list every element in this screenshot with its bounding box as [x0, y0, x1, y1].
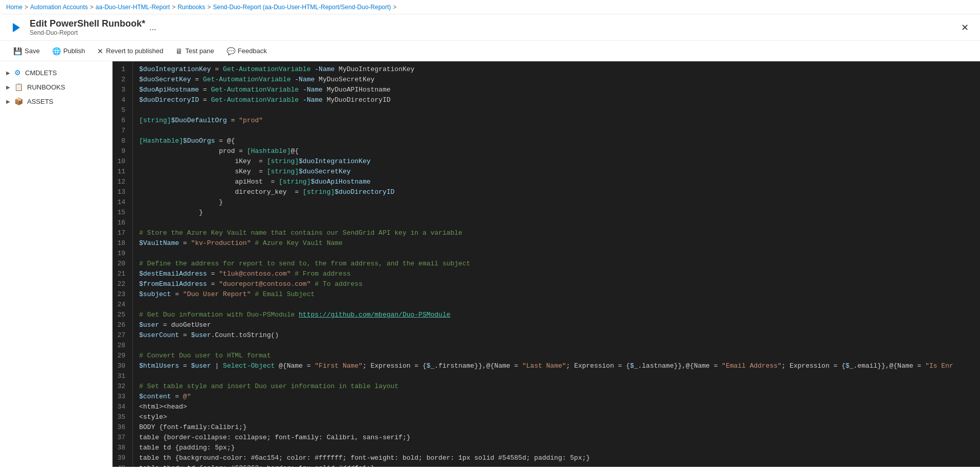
line-number: 31 [113, 371, 129, 381]
code-line: <html><head> [139, 402, 974, 412]
code-line [139, 218, 974, 228]
code-line: $fromEmailAddress = "duoreport@contoso.c… [139, 279, 974, 289]
code-line: iKey = [string]$duoIntegrationKey [139, 156, 974, 167]
breadcrumb-account[interactable]: aa-Duo-User-HTML-Report [96, 4, 170, 11]
line-number: 19 [113, 249, 129, 259]
header-menu-button[interactable]: ... [149, 23, 156, 32]
header: Edit PowerShell Runbook* Send-Duo-Report… [0, 14, 980, 41]
editor-content: 1234567891011121314151617181920212223242… [113, 61, 980, 467]
line-number: 2 [113, 75, 129, 85]
line-number: 13 [113, 187, 129, 197]
line-numbers: 1234567891011121314151617181920212223242… [113, 61, 133, 467]
code-line: [Hashtable]$DuoOrgs = @{ [139, 136, 974, 146]
sidebar-item-runbooks[interactable]: ▶ 📋 RUNBOOKS [0, 80, 112, 94]
sidebar-item-cmdlets[interactable]: ▶ ⚙ CMDLETS [0, 65, 112, 80]
breadcrumb-automation-accounts[interactable]: Automation Accounts [30, 4, 88, 11]
line-number: 33 [113, 392, 129, 402]
breadcrumb: Home > Automation Accounts > aa-Duo-User… [0, 0, 980, 14]
sidebar: ▶ ⚙ CMDLETS ▶ 📋 RUNBOOKS ▶ 📦 ASSETS [0, 61, 113, 467]
line-number: 14 [113, 197, 129, 208]
code-line: $VaultName = "kv-Production" # Azure Key… [139, 238, 974, 249]
line-number: 8 [113, 136, 129, 146]
toolbar: 💾 Save 🌐 Publish ✕ Revert to published 🖥… [0, 41, 980, 61]
code-line: } [139, 197, 974, 208]
breadcrumb-runbooks[interactable]: Runbooks [177, 4, 205, 11]
main-layout: ▶ ⚙ CMDLETS ▶ 📋 RUNBOOKS ▶ 📦 ASSETS 1234… [0, 61, 980, 467]
code-line: table tbody td {color: #636363; border: … [139, 463, 974, 467]
code-line: table td {padding: 5px;} [139, 443, 974, 453]
line-number: 20 [113, 259, 129, 269]
line-number: 4 [113, 95, 129, 105]
line-number: 16 [113, 218, 129, 228]
test-icon: 🖥 [175, 47, 183, 55]
cmdlets-icon: ⚙ [14, 69, 21, 77]
code-line: $subject = "Duo User Report" # Email Sub… [139, 289, 974, 300]
expand-icon: ▶ [6, 70, 10, 76]
code-line: # Store the Azure Key Vault name that co… [139, 228, 974, 238]
code-area[interactable]: $duoIntegrationKey = Get-AutomationVaria… [133, 61, 980, 467]
revert-button[interactable]: ✕ Revert to published [92, 45, 168, 57]
code-line: sKey = [string]$duoSecretKey [139, 167, 974, 177]
code-line [139, 341, 974, 351]
line-number: 7 [113, 126, 129, 136]
code-line: table {border-collapse: collapse; font-f… [139, 433, 974, 443]
line-number: 36 [113, 422, 129, 433]
line-number: 27 [113, 330, 129, 341]
line-number: 10 [113, 156, 129, 167]
code-line [139, 371, 974, 381]
editor-area[interactable]: 1234567891011121314151617181920212223242… [113, 61, 980, 467]
runbook-icon [8, 19, 25, 36]
close-button[interactable]: ✕ [957, 20, 972, 35]
sidebar-item-assets[interactable]: ▶ 📦 ASSETS [0, 94, 112, 108]
code-line: $duoIntegrationKey = Get-AutomationVaria… [139, 64, 974, 75]
line-number: 24 [113, 300, 129, 310]
line-number: 28 [113, 341, 129, 351]
line-number: 1 [113, 64, 129, 75]
feedback-button[interactable]: 💬 Feedback [221, 45, 272, 57]
line-number: 9 [113, 146, 129, 156]
line-number: 18 [113, 238, 129, 249]
sidebar-label-runbooks: RUNBOOKS [27, 83, 65, 91]
page-subtitle: Send-Duo-Report [30, 29, 145, 36]
code-line: $userCount = $user.Count.toString() [139, 330, 974, 341]
line-number: 17 [113, 228, 129, 238]
line-number: 15 [113, 208, 129, 218]
page-title: Edit PowerShell Runbook* [30, 18, 145, 29]
line-number: 12 [113, 177, 129, 187]
code-line [139, 249, 974, 259]
code-line: BODY {font-family:Calibri;} [139, 422, 974, 433]
code-line [139, 105, 974, 116]
code-line: $duoDirectoryID = Get-AutomationVariable… [139, 95, 974, 105]
publish-button[interactable]: 🌐 Publish [47, 45, 91, 57]
sidebar-label-assets: ASSETS [27, 98, 53, 105]
line-number: 39 [113, 453, 129, 463]
line-number: 32 [113, 381, 129, 392]
code-line: $destEmailAddress = "tluk@contoso.com" #… [139, 269, 974, 279]
breadcrumb-runbook[interactable]: Send-Duo-Report (aa-Duo-User-HTML-Report… [213, 4, 391, 11]
breadcrumb-home[interactable]: Home [6, 4, 23, 11]
code-line: $duoApiHostname = Get-AutomationVariable… [139, 85, 974, 95]
svg-marker-0 [13, 23, 20, 32]
test-pane-button[interactable]: 🖥 Test pane [170, 45, 219, 57]
code-line: # Set table style and insert Duo user in… [139, 381, 974, 392]
code-line [139, 300, 974, 310]
line-number: 40 [113, 463, 129, 467]
code-line: # Define the address for report to send … [139, 259, 974, 269]
code-line: <style> [139, 412, 974, 422]
save-icon: 💾 [13, 47, 22, 55]
code-line: apiHost = [string]$duoApiHostname [139, 177, 974, 187]
code-line: $user = duoGetUser [139, 320, 974, 330]
code-line: # Get Duo information with Duo-PSModule … [139, 310, 974, 320]
line-number: 30 [113, 361, 129, 371]
expand-icon: ▶ [6, 84, 10, 90]
line-number: 26 [113, 320, 129, 330]
line-number: 35 [113, 412, 129, 422]
line-number: 23 [113, 289, 129, 300]
line-number: 25 [113, 310, 129, 320]
line-number: 3 [113, 85, 129, 95]
line-number: 6 [113, 116, 129, 126]
line-number: 11 [113, 167, 129, 177]
code-line: $duoSecretKey = Get-AutomationVariable -… [139, 75, 974, 85]
code-line: table th {background-color: #6ac154; col… [139, 453, 974, 463]
save-button[interactable]: 💾 Save [8, 45, 45, 57]
